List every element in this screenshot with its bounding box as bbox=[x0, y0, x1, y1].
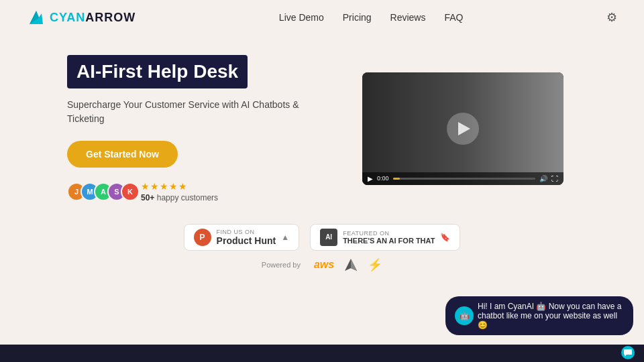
volume-icon[interactable]: 🔊 bbox=[539, 175, 547, 182]
play-button[interactable] bbox=[447, 113, 479, 145]
social-proof: J M A S K ★★★★★ 50+ happy customers bbox=[67, 181, 322, 202]
badge-arrow-icon: 🔖 bbox=[440, 233, 450, 242]
video-time: 0:00 bbox=[377, 175, 389, 182]
badge-big-label: Product Hunt bbox=[217, 235, 276, 246]
hero-title: AI-First Help Desk bbox=[67, 55, 248, 88]
logo-arrow-text: ARROW bbox=[85, 11, 136, 24]
badge-arrow-icon: ▲ bbox=[281, 233, 289, 242]
video-progress-fill bbox=[393, 178, 400, 180]
footer-chat-icon[interactable] bbox=[621, 346, 635, 359]
hero-left: AI-First Help Desk Supercharge Your Cust… bbox=[67, 55, 322, 202]
product-hunt-text: FIND US ON Product Hunt bbox=[217, 229, 276, 246]
badge-small-label: FIND US ON bbox=[217, 229, 276, 235]
aithat-icon: AI bbox=[320, 229, 337, 246]
video-play-icon[interactable]: ▶ bbox=[368, 175, 373, 182]
powered-logos: aws ⚡ bbox=[314, 257, 382, 272]
video-progress-bar[interactable] bbox=[393, 178, 535, 180]
chatbot-avatar: 🤖 bbox=[455, 306, 474, 325]
chatbot-bubble[interactable]: 🤖 Hi! I am CyanAI 🤖 Now you can have a c… bbox=[445, 296, 633, 335]
product-hunt-icon: P bbox=[194, 229, 211, 246]
hero-right: ▶ 0:00 🔊 ⛶ bbox=[362, 72, 577, 185]
powered-by-label: Powered by bbox=[262, 261, 301, 269]
hero-subtitle: Supercharge Your Customer Service with A… bbox=[67, 98, 322, 126]
product-hunt-badge[interactable]: P FIND US ON Product Hunt ▲ bbox=[184, 224, 300, 251]
chatbot-message: Hi! I am CyanAI 🤖 Now you can have a cha… bbox=[478, 302, 624, 330]
amplify-logo bbox=[343, 257, 358, 272]
aws-logo: aws bbox=[314, 259, 334, 271]
navbar: CYANARROW Live Demo Pricing Reviews FAQ … bbox=[0, 0, 644, 35]
star-rating: ★★★★★ bbox=[141, 181, 218, 192]
chat-icon bbox=[623, 348, 633, 357]
badge-big-label: THERE'S AN AI FOR THAT bbox=[343, 237, 435, 245]
logo[interactable]: CYANARROW bbox=[27, 8, 136, 27]
nav-link-faq[interactable]: FAQ bbox=[444, 12, 463, 23]
video-player[interactable]: ▶ 0:00 🔊 ⛶ bbox=[362, 72, 564, 185]
get-started-button[interactable]: Get Started Now bbox=[67, 141, 178, 168]
aithat-badge[interactable]: AI FEATURED ON THERE'S AN AI FOR THAT 🔖 bbox=[310, 224, 460, 251]
video-controls: ▶ 0:00 🔊 ⛶ bbox=[362, 172, 564, 185]
rating-info: ★★★★★ 50+ happy customers bbox=[141, 181, 218, 202]
nav-link-live-demo[interactable]: Live Demo bbox=[279, 12, 324, 23]
badges-section: P FIND US ON Product Hunt ▲ AI FEATURED … bbox=[0, 224, 644, 251]
badge-small-label: FEATURED ON bbox=[343, 230, 435, 237]
hero-section: AI-First Help Desk Supercharge Your Cust… bbox=[0, 35, 644, 216]
logo-cyan-text: CYAN bbox=[50, 11, 85, 24]
bolt-logo: ⚡ bbox=[368, 257, 382, 272]
svg-marker-3 bbox=[351, 259, 357, 271]
aithat-text: FEATURED ON THERE'S AN AI FOR THAT bbox=[343, 230, 435, 245]
theme-toggle-icon[interactable]: ⚙ bbox=[606, 10, 617, 25]
customer-count: 50+ happy customers bbox=[141, 193, 218, 202]
fullscreen-icon[interactable]: ⛶ bbox=[551, 175, 558, 182]
logo-icon bbox=[27, 8, 46, 27]
nav-link-pricing[interactable]: Pricing bbox=[343, 12, 372, 23]
nav-link-reviews[interactable]: Reviews bbox=[390, 12, 426, 23]
avatar-group: J M A S K bbox=[67, 182, 134, 201]
nav-links: Live Demo Pricing Reviews FAQ bbox=[279, 12, 464, 23]
play-triangle-icon bbox=[458, 122, 470, 135]
avatar: K bbox=[121, 182, 140, 201]
footer-bar bbox=[0, 345, 644, 362]
powered-by-section: Powered by aws ⚡ bbox=[0, 257, 644, 272]
